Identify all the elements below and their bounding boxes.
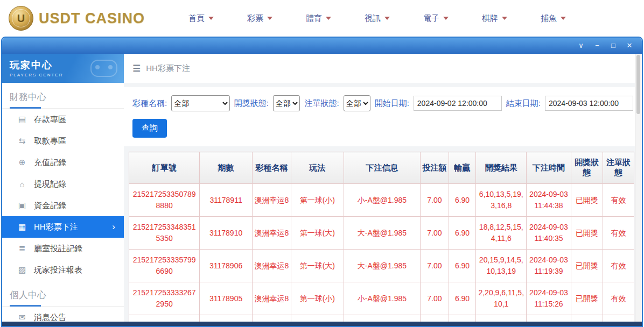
page-title: HH彩票下注 — [146, 63, 190, 74]
top-nav: 首頁彩票體育視訊電子棋牌捕魚 — [172, 13, 583, 24]
table-cell: 7.00 — [421, 184, 449, 217]
sidebar-item-cashout-record[interactable]: ⌂提現記錄 — [2, 173, 124, 195]
table-row: 215217253333267295031178905澳洲幸运8第一球(小)小-… — [129, 282, 634, 315]
table-header-cell: 開獎狀態 — [571, 152, 603, 184]
table-header-row: 訂單號期數彩種名稱玩法下注信息投注額輸贏開獎結果下注時間開獎狀態注單狀態 — [129, 152, 634, 184]
sidebar-item-player-bet-report[interactable]: ▨玩家投注報表 — [2, 259, 124, 281]
sidebar-section-finance: 財務中心 — [2, 83, 124, 109]
table-cell: 有效 — [603, 217, 634, 250]
table-row: 215217253348351535031178910澳洲幸运8第一球(大)大-… — [129, 217, 634, 250]
table-cell: 6.90 — [449, 250, 476, 282]
start-date-label: 開始日期: — [375, 98, 409, 109]
table-cell: 第一球(大) — [291, 250, 344, 282]
sidebar-item-recharge-record[interactable]: ⊕充值記錄 — [2, 152, 124, 173]
chevron-down-icon — [208, 17, 214, 20]
top-nav-item-5[interactable]: 棋牌 — [465, 13, 524, 24]
table-cell: 31178911 — [200, 184, 253, 217]
table-cell: 澳洲幸运8 — [252, 250, 291, 282]
chevron-down-icon — [326, 17, 331, 20]
sidebar-item-funds-record[interactable]: ▣資金記錄 — [2, 195, 124, 216]
top-nav-item-2[interactable]: 體育 — [289, 13, 348, 24]
section-label: 個人中心 — [10, 290, 46, 300]
chevron-down-icon — [384, 17, 390, 20]
filter-row: 彩種名稱: 全部 開獎狀態: 全部 注單狀態: 全部 開始日期: 結束日期: — [132, 95, 633, 111]
sidebar-item-withdraw-area[interactable]: ⇆取款專區 — [2, 130, 124, 152]
chevron-right-icon: › — [112, 222, 115, 232]
table-row: 215217253335799669031178906澳洲幸运8第一球(大)大-… — [129, 250, 634, 282]
query-button[interactable]: 查詢 — [132, 119, 167, 138]
window-close-button[interactable]: ✕ — [621, 38, 638, 54]
sidebar-item-label: 廳室投註記錄 — [34, 244, 82, 254]
order-status-select[interactable]: 全部 — [344, 95, 370, 111]
table-cell: 2,20,9,6,11,5,10,1 — [476, 282, 527, 315]
window-maximize-button[interactable]: □ — [605, 38, 621, 54]
draw-status-select[interactable]: 全部 — [273, 95, 300, 111]
table-header-cell: 下注時間 — [527, 152, 571, 184]
top-nav-label: 彩票 — [247, 13, 263, 24]
top-nav-label: 視訊 — [365, 13, 381, 24]
top-nav-label: 體育 — [306, 13, 322, 24]
sidebar-item-label: 取款專區 — [34, 136, 66, 146]
room-bet-record-icon: ≣ — [17, 244, 27, 253]
table-cell: 已開獎 — [571, 217, 603, 250]
table-cell: 7.00 — [421, 250, 449, 282]
sidebar-item-room-bet-record[interactable]: ≣廳室投註記錄 — [2, 238, 124, 259]
window-collapse-button[interactable]: ∨ — [573, 38, 589, 54]
sidebar: 玩家中心 PLAYERS CENTER 財務中心 ▤存款專區⇆取款專區⊕充值記錄… — [2, 54, 124, 326]
table-cell: 已開獎 — [571, 282, 603, 315]
player-report-icon: ▨ — [17, 265, 27, 275]
top-nav-label: 棋牌 — [482, 13, 498, 24]
funds-record-icon: ▣ — [17, 201, 27, 210]
app-window: ∨ − □ ✕ 玩家中心 PLAYERS CENTER 財務中心 ▤存款專區⇆取… — [1, 37, 643, 327]
table-cell: 18,8,12,5,15,4,11,6 — [476, 217, 527, 250]
table-cell: 有效 — [603, 282, 634, 315]
breadcrumb: ☰ HH彩票下注 — [124, 54, 642, 83]
order-status-label: 注單狀態: — [304, 98, 339, 109]
sidebar-item-deposit-area[interactable]: ▤存款專區 — [2, 109, 124, 130]
table-cell: 大-A盤@1.985 — [344, 250, 421, 282]
top-nav-item-4[interactable]: 電子 — [407, 13, 465, 24]
brand-coin-icon: U — [9, 6, 33, 31]
table-cell: 31178906 — [200, 250, 253, 282]
top-nav-item-1[interactable]: 彩票 — [230, 13, 289, 24]
bets-table: 訂單號期數彩種名稱玩法下注信息投注額輸贏開獎結果下注時間開獎狀態注單狀態 215… — [129, 152, 634, 326]
top-nav-item-6[interactable]: 捕魚 — [524, 13, 583, 24]
table-cell: 2024-09-03 11:15:26 — [527, 282, 571, 315]
main-content: ☰ HH彩票下注 彩種名稱: 全部 開獎狀態: 全部 注單狀態: 全部 — [124, 54, 642, 326]
sidebar-item-hh-lottery-bet[interactable]: ▦HH彩票下注› — [2, 216, 124, 238]
table-header-cell: 彩種名稱 — [252, 152, 291, 184]
window-titlebar: ∨ − □ ✕ — [2, 38, 642, 54]
table-header-cell: 期數 — [200, 152, 253, 184]
top-nav-item-3[interactable]: 視訊 — [348, 13, 407, 24]
table-header-cell: 投注額 — [421, 152, 449, 184]
end-date-label: 結束日期: — [506, 98, 541, 109]
window-body: 玩家中心 PLAYERS CENTER 財務中心 ▤存款專區⇆取款專區⊕充值記錄… — [2, 54, 642, 326]
window-minimize-button[interactable]: − — [589, 38, 605, 54]
sidebar-item-label: HH彩票下注 — [34, 222, 78, 232]
table-header-cell: 訂單號 — [129, 152, 200, 184]
draw-status-label: 開獎狀態: — [234, 98, 269, 109]
top-nav-item-0[interactable]: 首頁 — [172, 13, 230, 24]
chevron-down-icon — [267, 17, 272, 20]
end-date-input[interactable] — [545, 96, 633, 111]
table-cell: 2024-09-03 11:44:38 — [527, 184, 571, 217]
table-cell: 大-A盤@1.985 — [344, 217, 421, 250]
section-label: 財務中心 — [10, 92, 46, 102]
vertical-scrollbar[interactable] — [635, 54, 642, 322]
table-header-cell: 下注信息 — [344, 152, 421, 184]
table-cell: 有效 — [603, 184, 634, 217]
sidebar-item-label: 資金記錄 — [34, 201, 66, 211]
lottery-name-label: 彩種名稱: — [132, 98, 167, 109]
menu-toggle-icon[interactable]: ☰ — [132, 63, 141, 74]
scrollbar-thumb[interactable] — [636, 55, 640, 114]
recharge-record-icon: ⊕ — [17, 158, 27, 167]
start-date-input[interactable] — [414, 96, 502, 111]
table-cell: 第一球(小) — [291, 282, 344, 315]
table-cell: 6.90 — [449, 217, 476, 250]
sidebar-item-label: 充值記錄 — [34, 158, 66, 168]
table-cell: 6,10,13,5,19,3,16,8 — [476, 184, 527, 217]
table-cell: 第一球(大) — [291, 217, 344, 250]
lottery-name-select[interactable]: 全部 — [171, 95, 229, 111]
table-cell: 6.90 — [449, 184, 476, 217]
table-row: 215217253350789888031178911澳洲幸运8第一球(小)小-… — [129, 184, 634, 217]
